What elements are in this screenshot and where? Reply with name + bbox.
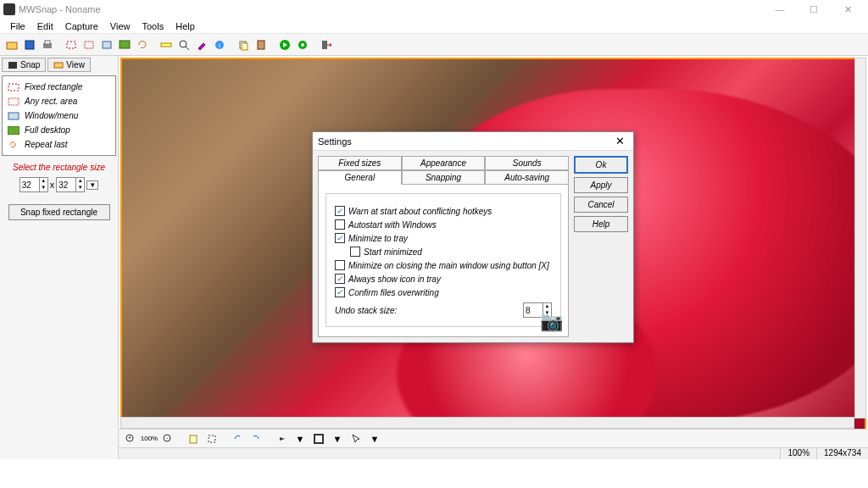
copy-icon[interactable] [235,36,252,53]
picker-icon[interactable] [193,36,210,53]
height-down[interactable]: ▼ [75,185,84,191]
zoom-out-icon[interactable]: - [159,430,176,447]
height-up[interactable]: ▲ [75,178,84,185]
check-minimize-tray[interactable]: ✓Minimize to tray [335,233,552,243]
tab-sounds[interactable]: Sounds [485,156,569,170]
svg-rect-8 [161,43,171,47]
desktop-icon[interactable] [116,36,133,53]
sidebar: Snap View Fixed rectangle Any rect. area… [0,56,119,459]
menu-tools[interactable]: Tools [137,20,170,32]
svg-rect-15 [258,41,264,49]
checkbox-icon[interactable] [335,219,345,230]
capture-repeat[interactable]: Repeat last [4,137,114,152]
frame-dropdown-icon[interactable]: ▼ [329,430,346,447]
check-autostart[interactable]: Autostart with Windows [335,219,552,230]
checkbox-icon[interactable]: ✓ [335,206,345,216]
menu-help[interactable]: Help [170,20,200,32]
maximize-button[interactable]: ☐ [797,1,831,18]
any-rect-icon[interactable] [81,36,97,53]
window-icon[interactable] [98,36,115,53]
ruler-icon[interactable] [158,36,175,53]
capture-window[interactable]: Window/menu [4,108,114,123]
size-dropdown-icon[interactable]: ▼ [86,180,98,190]
redo-icon[interactable] [248,430,264,447]
frame-icon[interactable] [310,430,327,447]
svg-rect-14 [242,43,248,50]
dialog-close-icon[interactable]: ✕ [612,135,628,147]
svg-rect-3 [45,41,50,44]
check-start-minimized[interactable]: Start minimized [350,247,552,257]
snap-button[interactable]: Snap fixed rectangle [8,204,110,220]
tab-view[interactable]: View [47,58,91,72]
zoom-in-icon[interactable]: + [122,430,139,447]
svg-text:i: i [219,42,220,49]
open-icon[interactable] [3,36,20,53]
settings-icon[interactable] [294,36,311,53]
height-input[interactable] [57,178,75,191]
select-size-label: Select the rectangle size [2,156,116,175]
width-spinner[interactable]: ▲▼ [19,177,48,192]
vertical-scrollbar[interactable] [854,58,866,419]
menu-file[interactable]: File [5,20,31,32]
check-warn-hotkeys[interactable]: ✓Warn at start about conflicting hotkeys [335,206,552,216]
fixed-rect-icon[interactable] [63,36,80,53]
dialog-titlebar[interactable]: Settings ✕ [313,132,633,151]
status-zoom: 100% [780,448,816,459]
app-icon [3,3,15,15]
tab-fixed-sizes[interactable]: Fixed sizes [318,156,402,170]
check-minimize-close[interactable]: Minimize on closing the main window usin… [335,260,552,270]
tab-appearance[interactable]: Appearance [402,156,486,170]
svg-point-18 [301,43,304,47]
checkbox-icon[interactable]: ✓ [335,233,345,243]
menu-edit[interactable]: Edit [32,20,58,32]
capture-fixed-rect[interactable]: Fixed rectangle [4,80,114,94]
height-spinner[interactable]: ▲▼ [56,177,85,192]
info-icon[interactable]: i [211,36,228,53]
menu-view[interactable]: View [105,20,136,32]
rotate-icon[interactable]: ▼ [292,430,309,447]
by-label: x [50,180,55,190]
svg-rect-21 [54,63,63,68]
check-tray-icon[interactable]: ✓Always show icon in tray [335,274,552,284]
save-icon[interactable] [21,36,38,53]
minimize-button[interactable]: — [763,1,797,18]
width-down[interactable]: ▼ [39,185,47,191]
svg-rect-23 [8,98,19,105]
undo-icon[interactable] [229,430,246,447]
tab-general[interactable]: General [318,170,402,185]
cancel-button[interactable]: Cancel [574,197,628,213]
checkbox-icon[interactable] [350,247,360,257]
copy2-icon[interactable] [185,430,202,447]
paste-icon[interactable] [253,36,270,53]
svg-text:-: - [166,435,169,441]
close-button[interactable]: ✕ [831,1,865,18]
print-icon[interactable] [39,36,56,53]
zoom-100-icon[interactable]: 100% [141,430,158,447]
tab-snap[interactable]: Snap [2,58,46,72]
help-button[interactable]: Help [574,216,628,232]
width-up[interactable]: ▲ [39,178,47,185]
cursor-icon[interactable] [348,430,364,447]
capture-desktop[interactable]: Full desktop [4,123,114,137]
zoom-icon[interactable] [175,36,192,53]
capture-any-rect[interactable]: Any rect. area [4,94,114,108]
checkbox-icon[interactable]: ✓ [335,287,345,297]
cursor-dropdown-icon[interactable]: ▼ [366,430,383,447]
tab-snapping[interactable]: Snapping [402,170,486,185]
checkbox-icon[interactable] [335,260,345,270]
undo-up[interactable]: ▲ [542,303,551,310]
horizontal-scrollbar[interactable] [120,417,854,429]
repeat-icon[interactable] [134,36,151,53]
width-input[interactable] [20,178,39,191]
check-confirm-overwrite[interactable]: ✓Confirm files overwriting [335,287,552,297]
ok-button[interactable]: Ok [574,156,628,174]
apply-button[interactable]: Apply [574,177,628,193]
play-icon[interactable] [276,36,293,53]
exit-icon[interactable] [318,36,335,53]
crop-icon[interactable] [203,430,220,447]
menu-capture[interactable]: Capture [60,20,103,32]
main-toolbar: i [0,34,868,56]
tab-autosaving[interactable]: Auto-saving [485,170,569,185]
checkbox-icon[interactable]: ✓ [335,274,345,284]
flip-h-icon[interactable] [273,430,290,447]
